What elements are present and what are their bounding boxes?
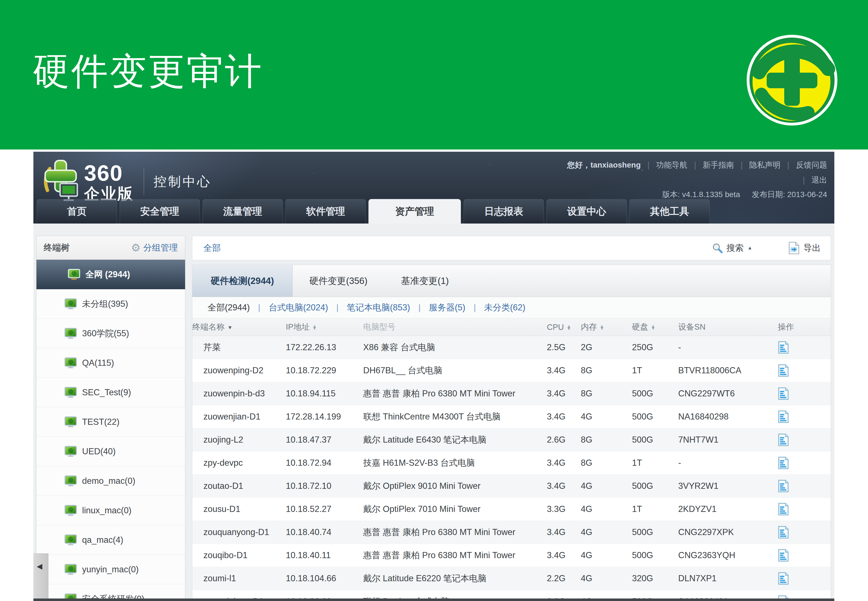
column-header[interactable]: 内存 bbox=[581, 319, 632, 336]
main-nav-tabs: 首页安全管理流量管理软件管理资产管理日志报表设置中心其他工具 bbox=[37, 199, 710, 224]
cell-ip-address: 10.18.72.94 bbox=[286, 452, 363, 474]
detail-report-icon[interactable] bbox=[778, 549, 789, 562]
main-panel: 全部 搜索 ▲ 导出 bbox=[192, 236, 831, 601]
tree-item[interactable]: qa_mac(4) bbox=[37, 525, 185, 555]
detail-report-icon[interactable] bbox=[778, 572, 789, 585]
search-label: 搜索 bbox=[726, 242, 744, 254]
detail-report-icon[interactable] bbox=[778, 526, 789, 538]
nav-tab[interactable]: 首页 bbox=[37, 199, 117, 224]
cell-ram: 8G bbox=[581, 452, 632, 474]
sidebar-collapse-handle[interactable]: ◀ bbox=[34, 554, 49, 601]
tree-item[interactable]: linux_mac(0) bbox=[37, 496, 185, 525]
type-filter-link[interactable]: 全部(2944) bbox=[208, 302, 250, 313]
tree-item[interactable]: 360学院(55) bbox=[37, 319, 185, 348]
column-label: 内存 bbox=[581, 322, 597, 331]
column-header[interactable]: IP地址 bbox=[286, 319, 363, 336]
column-header: 操作 bbox=[778, 319, 831, 336]
detail-report-icon[interactable] bbox=[778, 480, 789, 493]
tree-item[interactable]: QA(115) bbox=[37, 348, 185, 378]
cell-disk: 500G bbox=[632, 382, 678, 405]
column-header: 设备SN bbox=[678, 319, 778, 336]
type-filter-link[interactable]: 服务器(5) bbox=[410, 302, 465, 313]
column-header[interactable]: 终端名称 bbox=[192, 319, 286, 336]
cell-actions bbox=[778, 452, 831, 474]
tree-item[interactable]: 安全系统研发(0) bbox=[37, 584, 185, 601]
tree-item[interactable]: yunyin_mac(0) bbox=[37, 555, 185, 584]
tree-item-label: qa_mac(4) bbox=[82, 535, 123, 545]
tree-item[interactable]: SEC_Test(9) bbox=[37, 378, 185, 407]
table-row: zoumi-l1 10.18.104.66 戴尔 Latitude E6220 … bbox=[192, 567, 831, 590]
nav-tab[interactable]: 其他工具 bbox=[629, 199, 710, 224]
cell-ram: 8G bbox=[581, 382, 632, 405]
tree-item[interactable]: demo_mac(0) bbox=[37, 466, 185, 496]
header-link[interactable]: 新手指南 bbox=[687, 161, 734, 169]
header-links: 功能导航新手指南隐私声明反馈问题 bbox=[641, 161, 827, 169]
cell-actions bbox=[778, 474, 831, 498]
detail-report-icon[interactable] bbox=[778, 456, 789, 469]
nav-tab[interactable]: 资产管理 bbox=[369, 199, 461, 224]
nav-tab[interactable]: 设置中心 bbox=[547, 199, 627, 224]
monitor-icon bbox=[64, 475, 77, 487]
header-link[interactable]: 功能导航 bbox=[641, 161, 687, 169]
user-block: 您好，tanxiaosheng功能导航新手指南隐私声明反馈问题 退出 版本: v… bbox=[567, 161, 827, 198]
sub-tab[interactable]: 硬件变更(356) bbox=[292, 265, 384, 297]
tree-item[interactable]: 全网 (2944) bbox=[37, 260, 185, 289]
cell-terminal-name: zouguiqiang-D1 bbox=[192, 590, 286, 601]
type-filter-link[interactable]: 未分类(62) bbox=[465, 302, 525, 313]
group-manage-link[interactable]: ⚙ 分组管理 bbox=[131, 242, 178, 253]
detail-report-icon[interactable] bbox=[778, 410, 789, 423]
column-label: 电脑型号 bbox=[363, 322, 396, 331]
cell-terminal-name: zuowenpin-b-d3 bbox=[192, 382, 286, 405]
cell-disk: 1T bbox=[632, 498, 678, 521]
hardware-table: 终端名称 IP地址 电脑型号 CPU 内存 硬盘 bbox=[192, 319, 831, 601]
detail-report-icon[interactable] bbox=[778, 433, 789, 446]
column-header[interactable]: 硬盘 bbox=[632, 319, 678, 336]
search-button[interactable]: 搜索 ▲ bbox=[712, 242, 752, 254]
cell-actions bbox=[778, 359, 831, 382]
cell-terminal-name: 芹菜 bbox=[192, 336, 286, 359]
tree-item[interactable]: 未分组(395) bbox=[37, 289, 185, 319]
cell-cpu: 3.4G bbox=[547, 521, 581, 544]
cell-device-sn: 7NHT7W1 bbox=[678, 429, 778, 452]
header-link[interactable]: 隐私声明 bbox=[734, 161, 780, 169]
cell-actions bbox=[778, 498, 831, 521]
logout-link[interactable]: 退出 bbox=[796, 175, 827, 184]
table-row: zpy-devpc 10.18.72.94 技嘉 H61M-S2V-B3 台式电… bbox=[192, 452, 831, 474]
cell-ram: 2G bbox=[581, 336, 632, 359]
type-filter-link[interactable]: 台式电脑(2024) bbox=[250, 302, 328, 313]
detail-report-icon[interactable] bbox=[778, 341, 789, 354]
type-filter-link[interactable]: 笔记本电脑(853) bbox=[328, 302, 410, 313]
cell-computer-model: 戴尔 Latitude E6430 笔记本电脑 bbox=[363, 429, 547, 452]
tree-item-label: QA(115) bbox=[82, 358, 114, 368]
cell-actions bbox=[778, 521, 831, 544]
tree-item-label: SEC_Test(9) bbox=[82, 387, 131, 398]
sort-icon bbox=[600, 325, 604, 330]
detail-report-icon[interactable] bbox=[778, 387, 789, 400]
version-text: 版本: v4.1.8.1335 beta bbox=[662, 190, 740, 199]
tree-item[interactable]: UED(40) bbox=[37, 437, 185, 466]
cell-ram: 8G bbox=[581, 359, 632, 382]
export-button[interactable]: 导出 bbox=[788, 242, 821, 255]
breadcrumb[interactable]: 全部 bbox=[203, 242, 221, 254]
nav-tab[interactable]: 流量管理 bbox=[203, 199, 283, 224]
detail-report-icon[interactable] bbox=[778, 364, 789, 377]
nav-tab[interactable]: 安全管理 bbox=[120, 199, 200, 224]
detail-report-icon[interactable] bbox=[778, 595, 789, 601]
detail-report-icon[interactable] bbox=[778, 503, 789, 516]
cell-computer-model: DH67BL__ 台式电脑 bbox=[363, 359, 547, 382]
cell-ip-address: 10.18.72.10 bbox=[286, 474, 363, 498]
tree-item[interactable]: TEST(22) bbox=[37, 407, 185, 437]
column-header[interactable]: CPU bbox=[547, 319, 581, 336]
cell-actions bbox=[778, 382, 831, 405]
cell-computer-model: 技嘉 H61M-S2V-B3 台式电脑 bbox=[363, 452, 547, 474]
app-header: 360 企业版 控制中心 您好，tanxiaosheng功能导航新手指南隐私声明… bbox=[34, 152, 834, 224]
sub-tab[interactable]: 硬件检测(2944) bbox=[192, 265, 292, 297]
cell-terminal-name: zouqibo-D1 bbox=[192, 544, 286, 567]
terminal-tree: 全网 (2944) 未分组(395) bbox=[37, 260, 185, 601]
nav-tab[interactable]: 软件管理 bbox=[286, 199, 365, 224]
product-name: 控制中心 bbox=[154, 173, 212, 191]
nav-tab[interactable]: 日志报表 bbox=[464, 199, 544, 224]
cell-cpu: 3.4G bbox=[547, 452, 581, 474]
header-link[interactable]: 反馈问题 bbox=[781, 161, 827, 169]
sub-tab[interactable]: 基准变更(1) bbox=[384, 265, 465, 297]
